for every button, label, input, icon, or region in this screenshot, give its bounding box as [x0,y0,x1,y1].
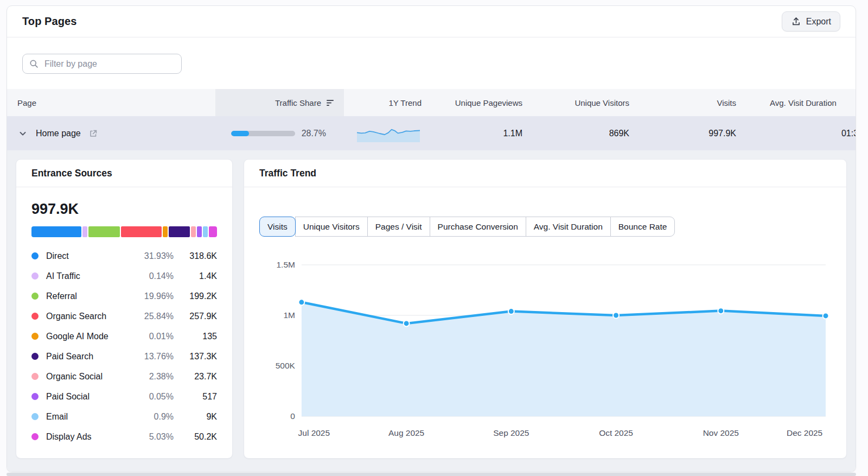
legend-value: 50.2K [174,432,217,442]
svg-text:Oct 2025: Oct 2025 [599,428,633,437]
legend-percent: 0.9% [154,412,174,422]
legend-label: Google AI Mode [46,332,149,341]
stacked-bar-segment-direct [31,226,81,237]
legend-value: 199.2K [174,291,217,301]
legend-item-ai-traffic: AI Traffic0.14%1.4K [31,266,217,286]
legend-label: Paid Search [46,352,144,361]
legend-label: Display Ads [46,432,149,442]
stacked-bar-segment-display-ads [209,226,217,237]
legend-percent: 19.96% [144,291,174,301]
legend-value: 1.4K [174,271,217,281]
traffic-share-bar [231,131,295,136]
svg-text:Sep 2025: Sep 2025 [493,428,529,437]
legend-percent: 0.05% [149,392,174,402]
legend-percent: 5.03% [149,432,174,442]
legend-label: Email [46,412,154,422]
entrance-sources-total: 997.9K [31,200,217,218]
svg-text:Nov 2025: Nov 2025 [703,428,739,437]
legend-label: Paid Social [46,392,149,402]
top-pages-widget: Top Pages Export Page Traffic Share [7,5,856,472]
legend-percent: 13.76% [144,352,174,361]
legend-item-referral: Referral19.96%199.2K [31,286,217,306]
export-label: Export [806,17,831,27]
legend-value: 318.6K [174,251,217,261]
legend-color-dot [31,393,39,400]
legend-item-paid-search: Paid Search13.76%137.3K [31,346,217,366]
legend-label: Organic Social [46,372,149,382]
export-button[interactable]: Export [782,11,840,31]
filter-row [7,37,856,89]
legend-value: 517 [174,392,217,402]
unique-visitors-value: 869K [535,129,642,138]
stacked-bar-segment-google-ai-mode [163,226,168,237]
column-header-visits[interactable]: Visits [642,89,749,116]
legend-item-email: Email0.9%9K [31,407,217,427]
legend-item-direct: Direct31.93%318.6K [31,246,217,266]
legend-item-organic-social: Organic Social2.38%23.7K [31,366,217,386]
table-row-home-page[interactable]: Home page 28.7% 1.1M 869K 997.9K 01:31 [7,116,856,150]
column-header-unique-pageviews[interactable]: Unique Pageviews [432,89,535,116]
filter-input-wrapper[interactable] [22,54,182,74]
expanded-row-panel: Entrance Sources 997.9K Direct31.93%318.… [7,150,856,472]
sort-descending-icon [326,99,335,106]
trend-sparkline [357,125,420,142]
entrance-sources-card: Entrance Sources 997.9K Direct31.93%318.… [16,159,233,459]
legend-label: Referral [46,291,144,301]
chevron-down-icon[interactable] [17,128,28,139]
svg-text:1.5M: 1.5M [277,260,295,269]
legend-value: 23.7K [174,372,217,382]
column-header-unique-visitors[interactable]: Unique Visitors [535,89,642,116]
legend-value: 135 [174,332,217,341]
legend-label: Organic Search [46,312,144,321]
legend-percent: 0.01% [149,332,174,341]
stacked-bar-segment-email [203,226,208,237]
search-icon [29,59,39,68]
legend-percent: 31.93% [144,251,174,261]
legend-color-dot [31,413,39,420]
tab-unique-visitors[interactable]: Unique Visitors [295,217,368,237]
tab-pages-visit[interactable]: Pages / Visit [367,217,430,237]
external-link-icon[interactable] [88,129,98,138]
column-header-1y-trend[interactable]: 1Y Trend [344,89,432,116]
svg-text:Jul 2025: Jul 2025 [298,428,330,437]
column-header-avg-visit-duration[interactable]: Avg. Visit Duration [749,89,856,116]
page-link[interactable]: Home page [36,129,81,138]
legend-item-display-ads: Display Ads5.03%50.2K [31,427,217,447]
svg-text:Dec 2025: Dec 2025 [787,428,822,437]
visits-value: 997.9K [642,129,749,138]
stacked-bar-segment-paid-social [197,226,202,237]
stacked-bar-segment-referral [88,226,120,237]
column-header-traffic-share[interactable]: Traffic Share [215,89,344,116]
column-header-page[interactable]: Page [7,89,215,116]
legend-item-organic-search: Organic Search25.84%257.9K [31,306,217,326]
tab-bounce-rate[interactable]: Bounce Rate [610,217,675,237]
legend-color-dot [31,373,39,380]
tab-avg-visit-duration[interactable]: Avg. Visit Duration [526,217,611,237]
tab-purchase-conversion[interactable]: Purchase Conversion [430,217,526,237]
svg-text:0: 0 [290,411,295,421]
traffic-trend-chart: 0500K1M1.5MJul 2025Aug 2025Sep 2025Oct 2… [259,240,831,446]
legend-value: 137.3K [174,352,217,361]
legend-value: 257.9K [174,312,217,321]
widget-header: Top Pages Export [7,6,856,37]
tab-visits[interactable]: Visits [259,217,296,237]
top-pages-table: Page Traffic Share 1Y Trend Unique Pagev… [7,89,856,150]
stacked-bar-segment-organic-social [191,226,196,237]
svg-text:1M: 1M [283,310,295,320]
legend-color-dot [31,252,39,259]
page-title: Top Pages [22,15,77,28]
legend-color-dot [31,293,39,300]
filter-input[interactable] [43,59,175,69]
legend-item-paid-social: Paid Social0.05%517 [31,386,217,407]
traffic-trend-title: Traffic Trend [244,160,846,187]
legend-color-dot [31,353,39,360]
legend-label: AI Traffic [46,271,149,281]
entrance-sources-legend: Direct31.93%318.6KAI Traffic0.14%1.4KRef… [31,246,217,447]
svg-text:Aug 2025: Aug 2025 [388,428,424,437]
export-icon [791,16,801,27]
stacked-bar-segment-organic-search [121,226,162,237]
table-header-row: Page Traffic Share 1Y Trend Unique Pagev… [7,89,856,116]
traffic-trend-card: Traffic Trend VisitsUnique VisitorsPages… [244,159,847,459]
legend-color-dot [31,433,39,440]
legend-color-dot [31,313,39,320]
